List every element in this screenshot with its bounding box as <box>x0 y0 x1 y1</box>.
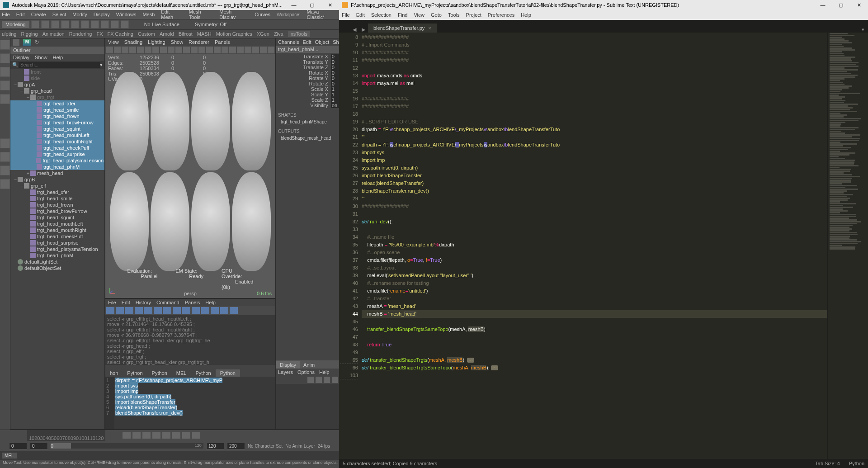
viewport-icon[interactable] <box>145 47 151 53</box>
maximize-button[interactable]: ▢ <box>835 0 847 9</box>
channel-attr[interactable]: Scale Y1 <box>277 92 346 97</box>
menu-mesh tools[interactable]: Mesh Tools <box>189 9 213 20</box>
menu-item[interactable]: Object <box>315 39 329 45</box>
start-range[interactable] <box>30 443 48 449</box>
script-icon[interactable] <box>163 307 171 314</box>
rewind-icon[interactable] <box>123 432 131 439</box>
viewport[interactable]: Verts:125223600Edges:250252800Faces:1250… <box>105 54 275 298</box>
viewport-icon[interactable] <box>214 47 221 53</box>
menu-item[interactable]: Panels <box>215 39 230 45</box>
layer-list[interactable] <box>276 384 347 429</box>
end-frame[interactable] <box>227 443 245 449</box>
shelf-icon[interactable] <box>121 20 129 28</box>
menu-item[interactable]: Help <box>319 369 330 375</box>
outliner-item[interactable]: +mesh_head <box>10 170 104 176</box>
outliner-item[interactable]: trgt_head_cheekPuff <box>10 145 104 151</box>
menu-mesh display[interactable]: Mesh Display <box>219 9 248 20</box>
shelf-tab[interactable]: ulpting <box>2 31 16 37</box>
channel-attr[interactable]: Translate Y0 <box>277 59 346 65</box>
outliner-item[interactable]: trgt_head_cheekPuff <box>10 233 104 240</box>
status-tabsize[interactable]: Tab Size: 4 <box>815 461 840 466</box>
menu-preferences[interactable]: Preferences <box>488 12 514 18</box>
menu-item[interactable]: Layers <box>278 369 293 375</box>
workspace-dropdown[interactable]: Maya Classic* <box>307 9 337 20</box>
outliner-item[interactable]: trgt_head_platysmaTension <box>10 246 104 252</box>
menu-item[interactable]: Renderer <box>189 39 209 45</box>
output-name[interactable]: blendShape_mesh_head <box>276 135 347 142</box>
shelf-icon[interactable] <box>71 20 79 28</box>
menu-file[interactable]: File <box>2 12 10 17</box>
menu-help[interactable]: Help <box>521 12 531 18</box>
viewport-icon[interactable] <box>245 47 251 53</box>
search-input[interactable] <box>19 62 100 68</box>
close-button[interactable]: ✕ <box>324 0 336 9</box>
outliner-item[interactable]: side <box>10 75 104 81</box>
play-icon[interactable] <box>162 432 170 439</box>
time-slider[interactable]: 102030405060708090100110120 <box>27 430 105 441</box>
command-line[interactable]: MEL <box>0 451 339 460</box>
menu-item[interactable]: Lighting <box>148 39 165 45</box>
cmd-lang[interactable]: MEL <box>2 453 17 459</box>
layout-icon[interactable] <box>0 179 10 189</box>
channel-attr[interactable]: Translate Z0 <box>277 65 346 70</box>
layout-icon[interactable] <box>0 165 10 175</box>
live-surface-label[interactable]: No Live Surface <box>144 22 179 27</box>
script-icon[interactable] <box>220 307 228 314</box>
viewport-icon[interactable] <box>106 47 113 53</box>
outliner-item[interactable]: trgt_head_mouthLeft <box>10 221 104 227</box>
script-tab[interactable]: hon <box>105 369 123 377</box>
tab-next-icon[interactable]: ▶ <box>359 27 368 33</box>
tab-prev-icon[interactable]: ◀ <box>350 27 359 33</box>
outliner-item[interactable]: trgt_head_frown <box>10 113 104 119</box>
outliner-item[interactable]: defaultObjectSet <box>10 265 104 271</box>
outliner-item[interactable]: trgt_head_surprise <box>10 240 104 246</box>
outliner-item[interactable]: trgt_head_browFurrow <box>10 119 104 126</box>
shelf-icon[interactable] <box>61 20 69 28</box>
tab-dropdown-icon[interactable]: ▾ <box>858 27 868 33</box>
shelf-tab[interactable]: XGen <box>257 31 269 37</box>
menu-view[interactable]: View <box>414 12 425 18</box>
viewport-icon[interactable] <box>191 47 198 53</box>
viewport-icon[interactable] <box>175 47 182 53</box>
menu-item[interactable]: Display <box>13 55 29 60</box>
channel-attr[interactable]: Visibilityon <box>277 103 346 108</box>
viewport-icon[interactable] <box>222 47 228 53</box>
layer-btn-icon[interactable] <box>324 377 330 383</box>
menu-item[interactable]: History <box>136 300 151 305</box>
viewport-icon[interactable] <box>129 47 136 53</box>
script-icon[interactable] <box>211 307 219 314</box>
viewport-icon[interactable] <box>260 47 267 53</box>
outliner-item[interactable]: trgt_head_browFurrow <box>10 208 104 214</box>
maximize-button[interactable]: ▢ <box>306 0 318 9</box>
outliner-item[interactable]: trgt_head_mouthRight <box>10 138 104 145</box>
menu-item[interactable]: Show <box>171 39 184 45</box>
layer-btn-icon[interactable] <box>307 377 314 383</box>
outliner-item[interactable]: −grp_head <box>10 88 104 94</box>
channel-attr[interactable]: Rotate X0 <box>277 70 346 76</box>
minimize-button[interactable]: — <box>816 0 829 9</box>
script-icon[interactable] <box>144 307 152 314</box>
next-key-icon[interactable] <box>172 432 180 439</box>
shelf-icon[interactable] <box>81 20 89 28</box>
minimize-button[interactable]: — <box>288 0 300 9</box>
menu-edit[interactable]: Edit <box>356 12 365 18</box>
channel-attr[interactable]: Translate X0 <box>277 54 346 59</box>
menu-item[interactable]: Channels <box>278 39 299 45</box>
menu-item[interactable]: Help <box>205 300 216 305</box>
menu-modify[interactable]: Modify <box>72 12 87 17</box>
shelf-tab[interactable]: Motion Graphics <box>216 31 252 37</box>
script-icon[interactable] <box>192 307 200 314</box>
animlayer-dropdown[interactable]: No Anim Layer <box>285 444 315 449</box>
outliner-item[interactable]: trgt_head_phnM <box>10 252 104 259</box>
step-back-icon[interactable] <box>132 432 141 439</box>
shelf-icon[interactable] <box>101 20 109 28</box>
shelf-icon[interactable] <box>91 20 99 28</box>
editor-tab[interactable]: blendShapeTransfer.py × <box>368 24 437 33</box>
range-bar[interactable]: 0 120 <box>51 443 203 449</box>
lasso-tool-icon[interactable] <box>0 53 10 63</box>
layer-tab[interactable]: Anim <box>300 361 318 369</box>
viewport-icon[interactable] <box>268 47 274 53</box>
layer-btn-icon[interactable] <box>332 377 338 383</box>
outliner-item[interactable]: −grp_trgt <box>10 94 104 100</box>
menu-mesh[interactable]: Mesh <box>142 12 155 17</box>
